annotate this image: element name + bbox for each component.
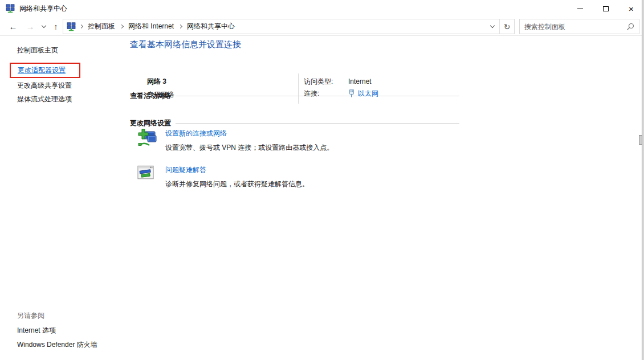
ethernet-icon [348, 89, 355, 98]
minimize-icon [577, 9, 583, 9]
breadcrumb-network-sharing-center[interactable]: 网络和共享中心 [186, 22, 236, 31]
sidebar: 控制面板主页 更改适配器设置 更改高级共享设置 媒体流式处理选项 另请参阅 In… [0, 36, 126, 360]
search-box [519, 19, 639, 34]
sidebar-item-media-streaming-options[interactable]: 媒体流式处理选项 [17, 95, 72, 104]
setup-new-connection-link[interactable]: 设置新的连接或网络 [165, 129, 227, 137]
sidebar-item-internet-options[interactable]: Internet 选项 [17, 326, 56, 336]
troubleshoot-problems-task: 问题疑难解答 诊断并修复网络问题，或者获得疑难解答信息。 [137, 165, 309, 189]
breadcrumb-network-icon [67, 22, 76, 31]
forward-button[interactable]: → [23, 17, 38, 35]
active-network-panel: 网络 3 专用网络 访问类型: Internet 连接: [130, 73, 459, 104]
search-icon[interactable] [626, 23, 634, 32]
connection-label: 连接: [304, 89, 348, 99]
see-also-header: 另请参阅 [17, 311, 44, 321]
change-network-settings-section-header: 更改网络设置 [130, 118, 459, 128]
vertical-divider [298, 73, 299, 104]
network-details-column: 访问类型: Internet 连接: 以太网 [304, 77, 378, 98]
address-dropdown-button[interactable] [486, 19, 499, 34]
back-button[interactable]: ← [6, 17, 21, 35]
chevron-down-icon [42, 23, 46, 27]
troubleshoot-problems-link[interactable]: 问题疑难解答 [165, 166, 206, 174]
breadcrumb-network-internet[interactable]: 网络和 Internet [127, 22, 175, 31]
setup-new-connection-task: 设置新的连接或网络 设置宽带、拨号或 VPN 连接；或设置路由器或接入点。 [137, 129, 333, 153]
network-sharing-center-window: 网络和共享中心 × ← → ↑ [0, 0, 644, 36]
title-bar: 网络和共享中心 × [0, 0, 644, 17]
close-icon: × [629, 5, 634, 13]
refresh-button[interactable]: ↻ [499, 19, 514, 34]
breadcrumb-separator-icon [120, 24, 124, 28]
back-icon: ← [9, 22, 18, 31]
close-button[interactable]: × [618, 0, 644, 17]
breadcrumb-separator-icon [178, 24, 182, 28]
up-button[interactable]: ↑ [49, 17, 63, 35]
maximize-button[interactable] [593, 0, 618, 17]
screen-edge-notch [639, 135, 642, 145]
window-controls: × [567, 0, 644, 17]
troubleshoot-icon [137, 165, 158, 189]
sidebar-item-change-advanced-sharing[interactable]: 更改高级共享设置 [17, 81, 72, 91]
troubleshoot-problems-description: 诊断并修复网络问题，或者获得疑难解答信息。 [165, 179, 309, 189]
minimize-button[interactable] [567, 0, 593, 17]
sidebar-item-control-panel-home[interactable]: 控制面板主页 [17, 46, 58, 55]
access-type-row: 访问类型: Internet [304, 77, 378, 86]
section-divider [176, 123, 459, 124]
access-type-value: Internet [348, 77, 372, 85]
forward-icon: → [26, 22, 35, 31]
network-name: 网络 3 [147, 77, 174, 87]
new-connection-icon [137, 129, 158, 153]
recent-locations-button[interactable] [39, 17, 49, 35]
change-network-settings-label: 更改网络设置 [130, 118, 171, 128]
task-text: 设置新的连接或网络 设置宽带、拨号或 VPN 连接；或设置路由器或接入点。 [165, 129, 333, 153]
access-type-label: 访问类型: [304, 77, 348, 87]
network-name-column: 网络 3 专用网络 [147, 77, 174, 100]
page-title: 查看基本网络信息并设置连接 [130, 39, 241, 50]
breadcrumb-separator-icon [79, 24, 83, 28]
network-type: 专用网络 [147, 90, 174, 100]
sidebar-item-change-adapter-settings[interactable]: 更改适配器设置 [18, 66, 66, 75]
window-title: 网络和共享中心 [19, 4, 67, 14]
sidebar-item-windows-defender-firewall[interactable]: Windows Defender 防火墙 [17, 340, 97, 350]
breadcrumb-control-panel[interactable]: 控制面板 [87, 22, 116, 31]
up-icon: ↑ [54, 22, 58, 31]
maximize-icon [603, 6, 609, 11]
address-bar[interactable]: 控制面板 网络和 Internet 网络和共享中心 ↻ [63, 19, 515, 34]
navigation-bar: ← → ↑ 控制面板 网络和 I [0, 17, 644, 36]
task-text: 问题疑难解答 诊断并修复网络问题，或者获得疑难解答信息。 [165, 165, 309, 189]
search-input[interactable] [520, 19, 639, 34]
chevron-down-icon [490, 23, 495, 28]
setup-new-connection-description: 设置宽带、拨号或 VPN 连接；或设置路由器或接入点。 [165, 143, 333, 153]
annotation-highlight-box: 更改适配器设置 [10, 63, 80, 78]
ethernet-link[interactable]: 以太网 [358, 89, 378, 99]
network-app-icon [6, 4, 15, 13]
screen-edge-strip [642, 0, 644, 360]
connection-row: 连接: 以太网 [304, 89, 378, 98]
refresh-icon: ↻ [504, 22, 511, 31]
